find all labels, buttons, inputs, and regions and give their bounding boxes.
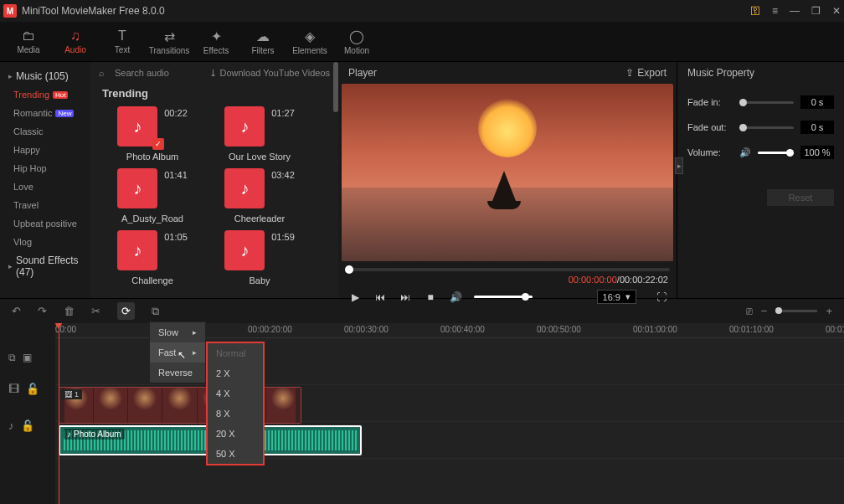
close-icon[interactable]: ✕ <box>832 5 841 17</box>
tab-motion[interactable]: ◯Motion <box>335 23 378 60</box>
zoom-slider[interactable] <box>775 310 817 312</box>
reset-button[interactable]: Reset <box>767 189 834 206</box>
speed-50x[interactable]: 50 X <box>208 444 263 464</box>
lock-icon[interactable]: 🔓 <box>21 419 34 432</box>
speed-slow[interactable]: Slow▸ <box>150 322 205 342</box>
audio-name: A_Dusty_Road <box>121 213 183 224</box>
audio-item[interactable]: ♪01:05Challenge <box>102 230 203 285</box>
duplicate-icon[interactable]: ⧉ <box>8 352 16 363</box>
props-title: Music Property <box>687 62 834 84</box>
tab-elements[interactable]: ◈Elements <box>288 23 332 60</box>
hot-badge: Hot <box>53 91 68 99</box>
search-input[interactable]: Search audio <box>115 68 169 78</box>
tab-text[interactable]: TText <box>100 23 144 60</box>
sidebar-item-happy[interactable]: Happy <box>0 141 90 159</box>
fadein-value[interactable]: 0 s <box>800 95 834 109</box>
tab-transitions[interactable]: ⇄Transitions <box>147 23 191 60</box>
scrollbar[interactable] <box>333 62 338 112</box>
fullscreen-button[interactable]: ⛶ <box>656 291 666 303</box>
app-title: MiniTool MovieMaker Free 8.0.0 <box>22 5 750 17</box>
clip-handle-right[interactable] <box>296 388 301 423</box>
speed-reverse[interactable]: Reverse <box>150 363 205 383</box>
search-icon[interactable]: ⌕ <box>99 68 105 78</box>
tab-filters[interactable]: ☁Filters <box>241 23 285 60</box>
video-clip[interactable]: 🖼1 <box>59 387 301 424</box>
key-icon[interactable]: ⚿ <box>750 5 760 17</box>
download-youtube-link[interactable]: ⤓Download YouTube Videos <box>209 68 331 79</box>
maximize-icon[interactable]: ❐ <box>811 5 821 17</box>
sidebar-sfx-group[interactable]: Sound Effects (47) <box>0 251 90 281</box>
seek-knob[interactable] <box>345 265 353 274</box>
volume-prop-slider[interactable] <box>758 152 794 154</box>
music-icon: ♫ <box>70 28 80 44</box>
cut-button[interactable]: ✂ <box>91 305 100 317</box>
timeline: ⧉▣ 🎞🔓 ♪🔓 00:0000:00:10:0000:00:20:0000:0… <box>0 323 844 504</box>
audio-track-icon: ♪ <box>8 419 14 432</box>
lock-icon[interactable]: 🔓 <box>26 383 39 395</box>
prev-button[interactable]: ⏮ <box>373 291 387 303</box>
properties-panel: Music Property Fade in: 0 s Fade out: 0 … <box>677 62 844 298</box>
speed-normal[interactable]: Normal <box>208 343 263 363</box>
aspect-ratio-select[interactable]: 16:9▾ <box>597 290 636 304</box>
undo-button[interactable]: ↶ <box>12 305 21 317</box>
volume-value[interactable]: 100 % <box>800 146 834 159</box>
redo-button[interactable]: ↷ <box>38 305 47 317</box>
stop-button[interactable]: ■ <box>424 291 437 303</box>
export-button[interactable]: ⇪Export <box>625 67 666 79</box>
sidebar-item-hiphop[interactable]: Hip Hop <box>0 159 90 177</box>
seek-bar[interactable] <box>345 268 670 271</box>
audio-name: Cheerleader <box>234 213 286 224</box>
preview-content <box>478 99 537 157</box>
stack-icon[interactable]: ▣ <box>23 352 32 363</box>
tab-effects[interactable]: ✦Effects <box>194 23 238 60</box>
delete-button[interactable]: 🗑 <box>64 305 75 317</box>
chevron-right-icon: ▸ <box>193 328 197 337</box>
speed-2x[interactable]: 2 X <box>208 363 263 383</box>
sidebar-music-group[interactable]: Music (105) <box>0 67 90 85</box>
sidebar-item-trending[interactable]: TrendingHot <box>0 85 90 104</box>
sidebar-item-upbeat[interactable]: Upbeat positive <box>0 214 90 233</box>
volume-slider[interactable] <box>474 296 533 298</box>
zoom-fit-button[interactable]: ⎚ <box>746 305 753 317</box>
ruler-tick: 00:00:30:00 <box>344 325 389 334</box>
fadein-slider[interactable] <box>739 101 794 104</box>
speed-fast[interactable]: Fast▸ <box>150 342 205 363</box>
menu-icon[interactable]: ≡ <box>772 5 778 17</box>
speed-20x[interactable]: 20 X <box>208 424 263 444</box>
tab-media[interactable]: 🗀Media <box>7 23 50 60</box>
audio-item[interactable]: ♪01:59Baby <box>209 230 310 285</box>
audio-item[interactable]: ♪✓00:22Photo Album <box>102 106 203 162</box>
volume-icon[interactable]: 🔊 <box>449 291 462 303</box>
audio-duration: 01:05 <box>164 232 188 242</box>
minimize-icon[interactable]: — <box>790 5 800 17</box>
zoom-out-button[interactable]: − <box>761 305 768 317</box>
fadeout-value[interactable]: 0 s <box>800 121 834 134</box>
play-button[interactable]: ▶ <box>348 291 362 303</box>
music-icon: ♪✓ <box>117 106 157 147</box>
zoom-in-button[interactable]: + <box>826 305 832 317</box>
sidebar-item-vlog[interactable]: Vlog <box>0 233 90 251</box>
motion-icon: ◯ <box>349 28 364 44</box>
crop-button[interactable]: ⧉ <box>152 305 159 318</box>
audio-clip-label: ♪Photo Album <box>64 429 125 440</box>
audio-item[interactable]: ♪01:27Our Love Story <box>209 106 310 162</box>
section-title: Trending <box>90 84 338 106</box>
speed-button[interactable]: ⟳ <box>117 302 135 320</box>
playhead[interactable] <box>59 323 59 504</box>
sidebar-item-classic[interactable]: Classic <box>0 122 90 141</box>
sidebar-item-travel[interactable]: Travel <box>0 196 90 214</box>
speed-4x[interactable]: 4 X <box>208 383 263 404</box>
audio-item[interactable]: ♪01:41A_Dusty_Road <box>102 168 203 224</box>
titlebar: M MiniTool MovieMaker Free 8.0.0 ⚿ ≡ — ❐… <box>0 0 844 22</box>
music-icon: ♪ <box>117 230 157 270</box>
speaker-icon[interactable]: 🔊 <box>739 147 751 158</box>
preview-viewport[interactable] <box>342 84 673 261</box>
audio-item[interactable]: ♪03:42Cheerleader <box>209 168 310 224</box>
tab-audio[interactable]: ♫Audio <box>54 23 97 60</box>
sidebar-item-romantic[interactable]: RomanticNew <box>0 104 90 122</box>
sidebar-item-love[interactable]: Love <box>0 177 90 196</box>
next-button[interactable]: ⏭ <box>399 291 412 303</box>
speed-8x[interactable]: 8 X <box>208 404 263 424</box>
fadeout-slider[interactable] <box>739 126 794 129</box>
panel-collapse-button[interactable]: ▸ <box>675 157 683 174</box>
